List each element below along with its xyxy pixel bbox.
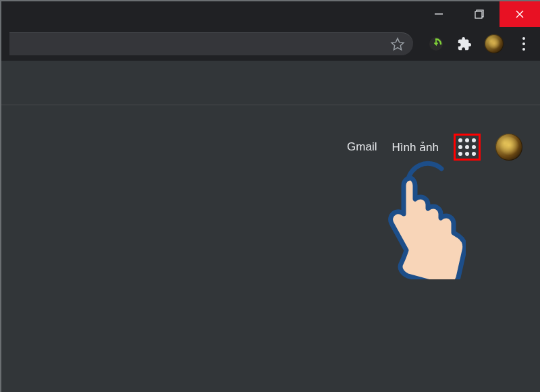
close-button[interactable] xyxy=(500,1,540,27)
profile-avatar-small[interactable] xyxy=(485,34,504,53)
tutorial-pointer-annotation xyxy=(371,155,473,277)
browser-menu-button[interactable] xyxy=(516,37,532,51)
window-titlebar xyxy=(0,0,540,27)
extensions-puzzle-icon[interactable] xyxy=(456,36,473,52)
pointing-hand-icon xyxy=(371,171,466,279)
maximize-button[interactable] xyxy=(459,1,500,27)
content-separator xyxy=(1,105,540,105)
browser-toolbar xyxy=(0,27,540,61)
account-avatar[interactable] xyxy=(495,134,522,161)
menu-dot-icon xyxy=(522,43,525,45)
bookmark-star-icon[interactable] xyxy=(390,37,405,52)
restore-icon xyxy=(475,9,484,19)
menu-dot-icon xyxy=(522,48,525,51)
address-bar[interactable] xyxy=(9,32,413,55)
gmail-link[interactable]: Gmail xyxy=(347,140,377,154)
minimize-icon xyxy=(434,9,443,19)
extension-idm-icon[interactable] xyxy=(428,36,444,52)
menu-dot-icon xyxy=(522,37,525,40)
close-icon xyxy=(515,9,524,19)
svg-rect-0 xyxy=(435,13,443,15)
images-link[interactable]: Hình ảnh xyxy=(392,140,439,155)
page-content: Gmail Hình ảnh xyxy=(0,61,540,392)
svg-rect-2 xyxy=(475,11,482,18)
minimize-button[interactable] xyxy=(418,1,459,27)
apps-grid-icon xyxy=(458,138,476,156)
